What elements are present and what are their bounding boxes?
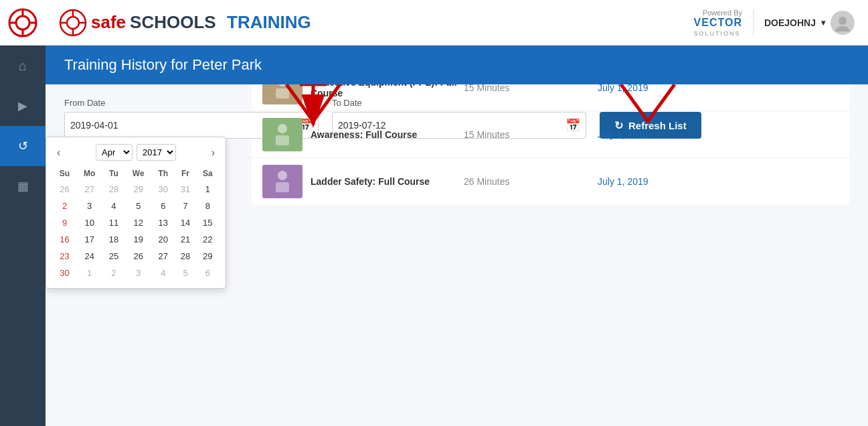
course-thumbnail [262, 165, 302, 198]
sidebar-item-history[interactable]: ↺ [0, 126, 46, 166]
sidebar: ⌂ ▶ ↺ ▦ [0, 0, 46, 426]
course-thumbnail [262, 118, 302, 151]
logo-training: TRAINING [227, 12, 311, 33]
user-menu[interactable]: DOEJOHNJ ▾ [764, 11, 855, 35]
calendar-year-select[interactable]: 20152016201720182019 [137, 144, 176, 161]
svg-point-18 [278, 124, 287, 133]
calendar-day[interactable]: 2 [102, 265, 124, 281]
time-required-cell: 15 Minutes [464, 84, 598, 93]
calendar-day[interactable]: 11 [102, 214, 124, 231]
sidebar-item-reports[interactable]: ▦ [0, 166, 46, 206]
powered-by: Powered By VECTOR SOLUTIONS [694, 9, 742, 37]
calendar-day[interactable]: 26 [124, 248, 152, 265]
calendar-day[interactable]: 30 [53, 265, 76, 281]
course-cell: Awareness: Full Course [262, 118, 464, 151]
calendar-selects: JanFebMarApr MayJunJulAug SepOctNovDec 2… [96, 144, 176, 161]
calendar-day[interactable]: 8 [196, 198, 219, 214]
cal-day-header: Su [53, 166, 76, 181]
logo-area: safeSCHOOLS TRAINING [59, 9, 311, 37]
calendar-day[interactable]: 30 [152, 181, 174, 198]
sidebar-logo [0, 0, 46, 46]
calendar-day[interactable]: 12 [124, 214, 152, 231]
calendar-prev-button[interactable]: ‹ [53, 145, 64, 160]
page-subtitle: for Peter Park [167, 56, 262, 73]
calendar-popup: ‹ JanFebMarApr MayJunJulAug SepOctNovDec… [46, 137, 226, 289]
calendar-day[interactable]: 16 [53, 231, 76, 248]
calendar-grid: SuMoTuWeThFrSa 2627282930311234567891011… [53, 166, 219, 281]
calendar-day[interactable]: 23 [53, 248, 76, 265]
calendar-day[interactable]: 22 [196, 231, 219, 248]
calendar-day[interactable]: 17 [76, 231, 103, 248]
topnav: safeSCHOOLS TRAINING Powered By VECTOR S… [46, 0, 868, 46]
history-icon: ↺ [18, 139, 28, 153]
svg-point-12 [839, 17, 847, 25]
logo-safe: safe [91, 12, 126, 33]
svg-point-16 [278, 84, 287, 86]
calendar-day[interactable]: 10 [76, 214, 103, 231]
svg-point-13 [835, 26, 850, 31]
calendar-day[interactable]: 31 [175, 181, 197, 198]
page-header: Training History for Peter Park [46, 46, 868, 84]
calendar-day[interactable]: 2 [53, 198, 76, 214]
table-row: Ladder Safety: Full Course26 MinutesJuly… [252, 158, 849, 205]
calendar-day[interactable]: 29 [196, 248, 219, 265]
calendar-day[interactable]: 1 [196, 181, 219, 198]
svg-point-20 [278, 171, 287, 180]
calendar-day[interactable]: 18 [102, 231, 124, 248]
brand-logo-icon [59, 9, 87, 37]
calendar-day[interactable]: 29 [124, 181, 152, 198]
course-cell: Ladder Safety: Full Course [262, 165, 464, 198]
avatar [831, 11, 855, 35]
cal-day-header: Fr [175, 166, 197, 181]
calendar-day[interactable]: 3 [124, 265, 152, 281]
home-icon: ⌂ [19, 58, 27, 74]
calendar-day[interactable]: 13 [152, 214, 174, 231]
calendar-day[interactable]: 3 [76, 198, 103, 214]
calendar-day[interactable]: 21 [175, 231, 197, 248]
calendar-day[interactable]: 4 [152, 265, 174, 281]
time-required-cell: 26 Minutes [464, 176, 598, 187]
cal-day-header: We [124, 166, 152, 181]
svg-rect-17 [276, 88, 289, 98]
course-title: Awareness: Full Course [311, 129, 417, 140]
sidebar-item-play[interactable]: ▶ [0, 86, 46, 126]
calendar-day[interactable]: 9 [53, 214, 76, 231]
completion-date-cell: July 1, 2019 [598, 84, 731, 93]
calendar-day[interactable]: 19 [124, 231, 152, 248]
calendar-day[interactable]: 5 [124, 198, 152, 214]
calendar-day[interactable]: 27 [76, 181, 103, 198]
calendar-day[interactable]: 14 [175, 214, 197, 231]
calendar-month-select[interactable]: JanFebMarApr MayJunJulAug SepOctNovDec [96, 144, 133, 161]
time-required-cell: 15 Minutes [464, 129, 598, 140]
completion-date-cell: July 1, 2019 [598, 176, 731, 187]
logo-schools: SCHOOLS [130, 12, 216, 33]
calendar-day[interactable]: 27 [152, 248, 174, 265]
completion-date-cell: July 1, 2019 [598, 129, 731, 140]
calendar-next-button[interactable]: › [207, 145, 219, 160]
course-title: Protective Equipment (PPE): Full Course [311, 84, 464, 98]
calendar-nav: ‹ JanFebMarApr MayJunJulAug SepOctNovDec… [53, 144, 219, 161]
content-area: From Date 📅 To Date 📅 ↻ Refresh List [46, 84, 868, 426]
calendar-day[interactable]: 28 [102, 181, 124, 198]
dropdown-arrow-icon: ▾ [821, 18, 825, 27]
calendar-day[interactable]: 4 [102, 198, 124, 214]
vector-logo: VECTOR SOLUTIONS [694, 17, 742, 37]
topnav-right: Powered By VECTOR SOLUTIONS DOEJOHNJ ▾ [694, 9, 855, 37]
cal-day-header: Tu [102, 166, 124, 181]
calendar-day[interactable]: 1 [76, 265, 103, 281]
sidebar-item-home[interactable]: ⌂ [0, 46, 46, 86]
cal-day-header: Mo [76, 166, 103, 181]
calendar-day[interactable]: 5 [175, 265, 197, 281]
username-label: DOEJOHNJ [764, 17, 816, 28]
course-title: Ladder Safety: Full Course [311, 176, 430, 187]
calendar-day[interactable]: 6 [152, 198, 174, 214]
calendar-day[interactable]: 20 [152, 231, 174, 248]
calendar-day[interactable]: 6 [196, 265, 219, 281]
cal-day-header: Th [152, 166, 174, 181]
calendar-day[interactable]: 26 [53, 181, 76, 198]
calendar-day[interactable]: 24 [76, 248, 103, 265]
calendar-day[interactable]: 28 [175, 248, 197, 265]
calendar-day[interactable]: 7 [175, 198, 197, 214]
calendar-day[interactable]: 15 [196, 214, 219, 231]
calendar-day[interactable]: 25 [102, 248, 124, 265]
